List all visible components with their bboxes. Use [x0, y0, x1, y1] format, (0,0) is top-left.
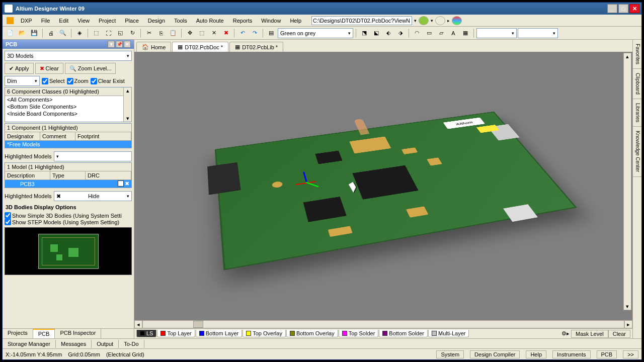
- tool-a-icon[interactable]: ⬔: [359, 28, 370, 38]
- layer-tab-top-solder[interactable]: Top Solder: [339, 330, 379, 337]
- zoom-sel-icon[interactable]: ◱: [115, 28, 126, 38]
- free-models-row[interactable]: *Free Models: [5, 141, 131, 148]
- combo-2[interactable]: ▾: [518, 28, 558, 38]
- tab-output[interactable]: Output: [92, 340, 119, 348]
- tab-messages[interactable]: Messages: [56, 340, 92, 348]
- menu-view[interactable]: View: [73, 17, 94, 25]
- menu-place[interactable]: Place: [121, 17, 143, 25]
- color-scheme-select[interactable]: Green on grey▾: [278, 28, 353, 38]
- tab-libraries[interactable]: Libraries: [633, 99, 641, 127]
- select-checkbox[interactable]: Select: [42, 78, 65, 84]
- redo-icon[interactable]: ↷: [249, 28, 260, 38]
- hscrollbar[interactable]: ◂▸: [134, 320, 632, 328]
- hide-dropdown[interactable]: ✖ Hide: [54, 191, 132, 201]
- layer-tab-bottom-overlay[interactable]: Bottom Overlay: [286, 330, 338, 337]
- arc-icon[interactable]: ◠: [412, 28, 423, 38]
- tab-pcb[interactable]: PCB: [33, 329, 55, 338]
- board-thumbnail[interactable]: [5, 227, 132, 275]
- components-list[interactable]: 1 Component (1 Highlighted) Designator C…: [5, 123, 132, 148]
- new-icon[interactable]: 📄: [5, 28, 16, 38]
- col-footprint[interactable]: Footprint: [75, 132, 131, 140]
- mask-level-button[interactable]: Mask Level: [571, 330, 608, 338]
- tab-projects[interactable]: Projects: [3, 329, 33, 338]
- highlighted-dropdown-1[interactable]: [54, 151, 132, 161]
- tab-pcblib[interactable]: ▦DT02.PcbLib *: [229, 42, 283, 52]
- paste-icon[interactable]: 📋: [168, 28, 179, 38]
- status-pcb[interactable]: PCB: [597, 350, 617, 358]
- layer-tab-bottom-layer[interactable]: Bottom Layer: [196, 330, 242, 337]
- status-more[interactable]: >>: [623, 350, 638, 358]
- dxp-icon[interactable]: [5, 16, 16, 26]
- status-compiler[interactable]: Design Compiler: [470, 350, 520, 358]
- poly-icon[interactable]: ▱: [436, 28, 447, 38]
- cut-icon[interactable]: ✂: [143, 28, 154, 38]
- zoom-checkbox[interactable]: Zoom: [67, 78, 89, 84]
- menu-project[interactable]: Project: [95, 17, 120, 25]
- move-icon[interactable]: ✥: [184, 28, 195, 38]
- list-item[interactable]: <Bottom Side Components>: [5, 103, 131, 110]
- list-item[interactable]: <All Components>: [5, 96, 131, 103]
- refresh-icon[interactable]: ↻: [127, 28, 138, 38]
- copy-icon[interactable]: ⎘: [155, 28, 167, 38]
- undo-icon[interactable]: ↶: [237, 28, 248, 38]
- save-icon[interactable]: 💾: [29, 28, 40, 38]
- col-description[interactable]: Description: [5, 171, 50, 179]
- menu-file[interactable]: File: [37, 17, 54, 25]
- maximize-button[interactable]: □: [618, 4, 628, 13]
- nav-fwd[interactable]: [435, 16, 445, 25]
- tab-favorites[interactable]: Favorites: [633, 40, 641, 69]
- col-type[interactable]: Type: [50, 171, 86, 179]
- apply-button[interactable]: ✔Apply: [5, 63, 34, 74]
- menu-dxp[interactable]: DXP: [17, 17, 36, 25]
- preview-icon[interactable]: 🔍: [57, 28, 68, 38]
- tab-storage[interactable]: Storage Manager: [3, 340, 56, 348]
- dim-dropdown[interactable]: Dim: [5, 76, 40, 86]
- tool-d-icon[interactable]: ⬗: [395, 28, 406, 38]
- layers-icon[interactable]: ◈: [74, 28, 85, 38]
- models-list[interactable]: 1 Model (1 Highlighted) Description Type…: [5, 162, 132, 188]
- show-simple-checkbox[interactable]: Show Simple 3D Bodies (Using System Sett…: [5, 212, 132, 219]
- menu-reports[interactable]: Reports: [229, 17, 257, 25]
- list-item[interactable]: <Inside Board Components>: [5, 110, 131, 117]
- layer-tab-ls[interactable]: LS: [136, 330, 156, 337]
- layer-tab-top-layer[interactable]: Top Layer: [157, 330, 195, 337]
- tab-home[interactable]: 🏠Home: [136, 42, 171, 52]
- tool-c-icon[interactable]: ⬖: [383, 28, 394, 38]
- cross-icon[interactable]: ✕: [208, 28, 219, 38]
- layer-tab-bottom-solder[interactable]: Bottom Solder: [379, 330, 428, 337]
- pcb3-row[interactable]: PCB3✖: [5, 180, 131, 188]
- show-step-checkbox[interactable]: Show STEP Models (Using System Setting): [5, 219, 132, 225]
- clear-exist-checkbox[interactable]: Clear Exist: [91, 78, 125, 84]
- menu-edit[interactable]: Edit: [55, 17, 72, 25]
- minimize-button[interactable]: _: [607, 4, 617, 13]
- zoom-level-button[interactable]: 🔍Zoom Level...: [65, 63, 116, 74]
- status-help[interactable]: Help: [526, 350, 546, 358]
- array-icon[interactable]: ▦: [460, 28, 471, 38]
- tab-todo[interactable]: To-Do: [119, 340, 144, 348]
- close-button[interactable]: ✕: [629, 4, 639, 13]
- mode-dropdown[interactable]: 3D Models: [5, 51, 132, 61]
- menu-window[interactable]: Window: [257, 17, 285, 25]
- tab-inspector[interactable]: PCB Inspector: [55, 329, 101, 338]
- layer-tab-multi-layer[interactable]: Multi-Layer: [428, 330, 469, 337]
- tool-b-icon[interactable]: ⬕: [371, 28, 382, 38]
- nav-back[interactable]: [419, 16, 429, 25]
- menu-autoroute[interactable]: Auto Route: [192, 17, 228, 25]
- status-instruments[interactable]: Instruments: [552, 350, 590, 358]
- nav-home[interactable]: [452, 16, 462, 25]
- path-input[interactable]: [311, 16, 412, 25]
- print-icon[interactable]: 🖨: [45, 28, 56, 38]
- status-system[interactable]: System: [436, 350, 464, 358]
- tab-knowledge[interactable]: Knowledge Center: [633, 127, 641, 176]
- panel-dropdown-icon[interactable]: ▾: [108, 41, 115, 48]
- layer-config-icon[interactable]: ⚙▸: [560, 329, 571, 339]
- classes-list[interactable]: 6 Component Classes (0 Highlighted) <All…: [5, 87, 132, 122]
- select-icon[interactable]: ⬚: [196, 28, 207, 38]
- scrollbar[interactable]: ▴▾: [123, 87, 131, 122]
- menu-design[interactable]: Design: [144, 17, 169, 25]
- delete-icon[interactable]: ✖: [220, 28, 231, 38]
- 3d-viewport[interactable]: ▴▾ Altium: [134, 52, 632, 320]
- mode-icon[interactable]: ▤: [266, 28, 277, 38]
- tab-clipboard[interactable]: Clipboard: [633, 69, 641, 99]
- col-drc[interactable]: DRC: [86, 171, 131, 179]
